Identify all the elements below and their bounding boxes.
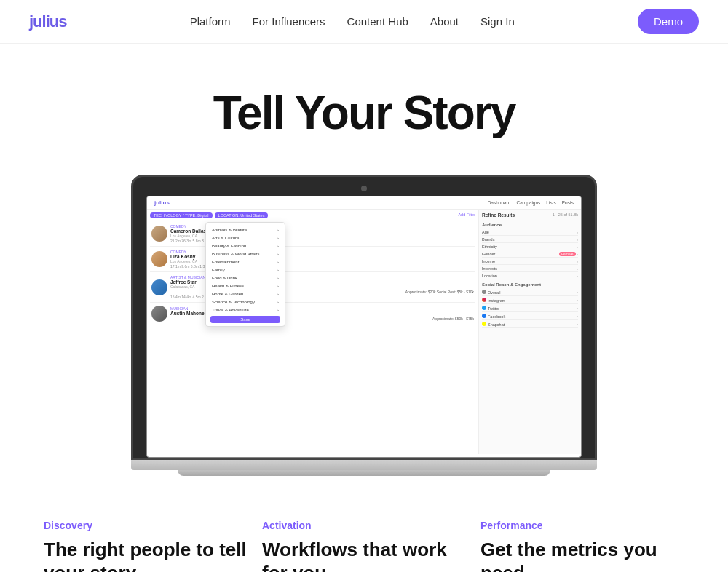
laptop-foot <box>131 470 597 476</box>
influencer-row-1: COMEDY Liza Koshy Los Angeles, CA 17.1m … <box>150 247 475 272</box>
laptop-mockup: julius Dashboard Campaigns Lists Posts <box>0 153 728 483</box>
avatar-cameron <box>151 226 167 242</box>
dropdown-item-3: Business & World Affairs› <box>206 250 285 258</box>
laptop-camera <box>361 186 367 191</box>
laptop-outer: julius Dashboard Campaigns Lists Posts <box>131 175 597 476</box>
feature-category-discovery: Discovery <box>44 520 248 531</box>
nav-platform[interactable]: Platform <box>190 15 231 28</box>
nav-sign-in[interactable]: Sign In <box>480 15 515 28</box>
nav-content-hub[interactable]: Content Hub <box>347 15 408 28</box>
feature-category-performance: Performance <box>480 520 684 531</box>
refine-facebook: Facebook› <box>482 312 578 320</box>
logo[interactable]: julius <box>29 12 66 31</box>
female-badge: Female <box>559 252 576 256</box>
laptop-screen: julius Dashboard Campaigns Lists Posts <box>146 196 582 458</box>
demo-button[interactable]: Demo <box>638 9 699 34</box>
laptop-foot-bar <box>178 470 550 476</box>
add-filter: Add Filter <box>458 212 475 218</box>
feature-discovery: Discovery The right people to tell your … <box>44 520 248 572</box>
screen-left-panel: TECHNOLOGY / TYPE: Digital LOCATION: Uni… <box>147 210 479 454</box>
screen-nav-dashboard: Dashboard <box>488 200 511 205</box>
laptop-body: julius Dashboard Campaigns Lists Posts <box>131 175 597 460</box>
nav-about[interactable]: About <box>430 15 459 28</box>
influencer-row-0: COMEDY Cameron Dallas Los Angeles, CA 21… <box>150 221 475 247</box>
feature-headline-activation: Workflows that work for you <box>262 539 466 572</box>
dropdown-item-8: Home & Garden› <box>206 290 285 298</box>
screen-nav-lists: Lists <box>546 200 555 205</box>
feature-activation: Activation Workflows that work for you <box>262 520 466 572</box>
avatar-austin <box>151 306 167 322</box>
screen-right-panel: Refine Results 1 - 25 of 51.8k Audience … <box>479 210 581 454</box>
navigation: julius Platform For Influencers Content … <box>0 0 728 44</box>
refine-snapchat: Snapchat› <box>482 320 578 328</box>
screen-logo: julius <box>154 199 170 206</box>
hero-section: Tell Your Story <box>0 44 728 153</box>
dropdown-item-5: Family› <box>206 266 285 274</box>
screen-inner: julius Dashboard Campaigns Lists Posts <box>147 196 581 457</box>
dropdown-item-6: Food & Drink› <box>206 274 285 282</box>
category-dropdown: Animals & Wildlife› Arts & Culture› Beau… <box>205 222 285 327</box>
dropdown-item-0: Animals & Wildlife› <box>206 226 285 234</box>
audience-section: Audience <box>482 223 578 227</box>
filter-tags: TECHNOLOGY / TYPE: Digital LOCATION: Uni… <box>150 212 475 218</box>
dropdown-item-1: Arts & Culture› <box>206 234 285 242</box>
social-section: Social Reach & Engagement <box>482 282 578 287</box>
feature-category-activation: Activation <box>262 520 466 531</box>
dropdown-item-4: Entertainment› <box>206 258 285 266</box>
avatar-jeffree <box>151 279 167 295</box>
refine-age: Age› <box>482 229 578 236</box>
features-section: Discovery The right people to tell your … <box>0 483 728 572</box>
refine-twitter: Twitter› <box>482 304 578 312</box>
refine-instagram: Instagram› <box>482 296 578 304</box>
nav-influencers[interactable]: For Influencers <box>253 15 325 28</box>
refine-income: Income› <box>482 258 578 265</box>
hero-title: Tell Your Story <box>15 87 713 138</box>
screen-nav: Dashboard Campaigns Lists Posts <box>488 200 574 205</box>
filter-tag-1: LOCATION: United States <box>215 212 269 218</box>
dropdown-item-2: Beauty & Fashion› <box>206 242 285 250</box>
refine-location: Location› <box>482 272 578 279</box>
avatar-liza <box>151 251 167 267</box>
dropdown-item-9: Science & Technology› <box>206 298 285 306</box>
screen-nav-campaigns: Campaigns <box>516 200 540 205</box>
refine-brands: Brands› <box>482 236 578 243</box>
refine-interests: Interests› <box>482 265 578 272</box>
refine-overall: Overall› <box>482 288 578 296</box>
filter-tag-0: TECHNOLOGY / TYPE: Digital <box>150 212 213 218</box>
influencer-row-2: ARTIST & MUSICIAN Jeffree Star Calabasas… <box>150 272 475 303</box>
refine-count: 1 - 25 of 51.8k <box>553 212 578 220</box>
screen-nav-posts: Posts <box>562 200 574 205</box>
screen-topbar: julius Dashboard Campaigns Lists Posts <box>147 196 581 210</box>
influencer-row-3: MUSICIAN Austin Mahone Approximate: $50k… <box>150 303 475 325</box>
refine-gender: Gender Female › <box>482 250 578 258</box>
nav-links: Platform For Influencers Content Hub Abo… <box>190 15 515 28</box>
feature-performance: Performance Get the metrics you need <box>480 520 684 572</box>
refine-ethnicity: Ethnicity› <box>482 243 578 250</box>
dropdown-save-btn: Save <box>210 316 280 323</box>
feature-headline-performance: Get the metrics you need <box>480 539 684 572</box>
screen-body: TECHNOLOGY / TYPE: Digital LOCATION: Uni… <box>147 210 581 454</box>
laptop-base <box>131 460 597 470</box>
feature-headline-discovery: The right people to tell your story <box>44 539 248 572</box>
refine-title: Refine Results <box>482 212 515 218</box>
dropdown-item-10: Travel & Adventure› <box>206 306 285 314</box>
dropdown-item-7: Health & Fitness› <box>206 282 285 290</box>
